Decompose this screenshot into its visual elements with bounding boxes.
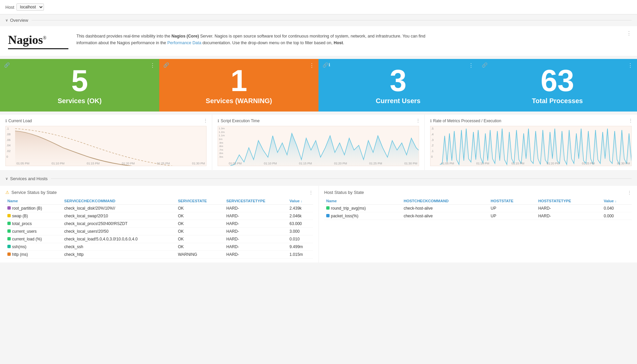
chart-rate-title: ℹ Rate of Metrics Processed / Execution: [430, 119, 632, 123]
stat-card-warning: 🔗 ⋮ 1 Services (WARNING): [159, 59, 318, 112]
host-cell-cmd: check-host-alive: [402, 212, 489, 220]
overview-panel: ⋮ Nagios® This dashboard provides real-t…: [0, 26, 637, 56]
tables-row: ⚠ Service Status by State ⋮ Name SERVICE…: [0, 186, 637, 263]
card-menu-users[interactable]: ⋮: [468, 62, 474, 69]
nagios-logo: Nagios®: [8, 33, 68, 49]
service-cell-state: WARNING: [176, 251, 224, 259]
service-cell-state: OK: [176, 228, 224, 235]
card-link-ok[interactable]: 🔗: [4, 62, 10, 68]
service-cell-value: 3.000: [288, 228, 313, 235]
overview-label: Overview: [10, 18, 28, 23]
chart-load-y-labels: .1.08.06.04.020: [6, 126, 15, 159]
chart-rate-metrics: ℹ Rate of Metrics Processed / Execution …: [425, 115, 637, 170]
stat-num-warning: 1: [230, 66, 247, 96]
service-col-cmd: SERVICECHECKCOMMAND: [62, 198, 176, 205]
service-warn-icon: ⚠: [5, 190, 9, 195]
chart-rate-y-labels: .5.4.3.2.10: [430, 126, 440, 159]
card-link-warning[interactable]: 🔗: [163, 62, 169, 68]
card-info-users: ℹ: [329, 62, 330, 67]
chart-script-x-labels: 01:05 PM01:10 PM01:15 PM01:20 PM01:25 PM…: [227, 161, 418, 166]
service-cell-statetype: HARD-: [224, 228, 288, 235]
service-table-menu[interactable]: ⋮: [309, 190, 313, 195]
performance-data-link[interactable]: Performance Data: [167, 41, 201, 45]
host-col-statetype: HOSTSTATETYPE: [536, 198, 601, 205]
service-table-row: swap (B) check_local_swap!20!10 OK HARD-…: [5, 212, 313, 220]
service-col-state: SERVICESTATE: [176, 198, 224, 205]
host-label: Host: [5, 5, 14, 10]
service-cell-cmd: check_ssh: [62, 243, 176, 251]
service-cell-value: 2.046k: [288, 212, 313, 220]
top-bar: Host localhost: [0, 0, 637, 14]
nagios-logo-text: Nagios: [8, 33, 43, 47]
stat-label-processes: Total Processes: [532, 97, 583, 105]
service-col-name: Name: [5, 198, 62, 205]
service-col-value: Value ↓: [288, 198, 313, 205]
host-cell-state: UP: [488, 205, 536, 212]
chart-rate-svg: [440, 126, 631, 166]
service-cell-statetype: HARD-: [224, 243, 288, 251]
brand-host: Host: [334, 41, 343, 45]
host-table-row: round_trip_avg(ms) check-host-alive UP H…: [324, 205, 632, 212]
host-cell-cmd: check-host-alive: [402, 205, 489, 212]
host-cell-name: round_trip_avg(ms): [324, 205, 402, 212]
stat-num-processes: 63: [540, 66, 574, 96]
service-cell-statetype: HARD-: [224, 251, 288, 259]
overview-section-header: ∨ Overview: [0, 14, 637, 26]
service-table-row: ssh(ms) check_ssh OK HARD- 9.499m: [5, 243, 313, 251]
service-cell-state: OK: [176, 205, 224, 212]
card-menu-processes[interactable]: ⋮: [628, 62, 633, 69]
overview-menu-icon[interactable]: ⋮: [626, 30, 632, 37]
host-status-table: Name HOSTCHECKCOMMAND HOSTSTATE HOSTSTAT…: [324, 198, 632, 220]
card-menu-warning[interactable]: ⋮: [309, 62, 314, 69]
chart-rate-x-labels: 01:05 PM01:10 PM01:15 PM01:20 PM01:25 PM…: [440, 161, 631, 166]
chart-script-label: Script Execution Time: [221, 119, 259, 123]
card-link-processes[interactable]: 🔗: [482, 62, 487, 68]
service-status-table: Name SERVICECHECKCOMMAND SERVICESTATE SE…: [5, 198, 313, 259]
chart-script-menu[interactable]: ⋮: [416, 118, 420, 123]
service-table-panel: ⚠ Service Status by State ⋮ Name SERVICE…: [0, 186, 318, 263]
chart-script-info-icon: ℹ: [218, 119, 219, 123]
host-select[interactable]: localhost: [16, 3, 44, 11]
chart-rate-label: Rate of Metrics Processed / Execution: [433, 119, 501, 123]
host-table-title: Host Status by State: [324, 190, 632, 195]
host-table-panel: Host Status by State ⋮ Name HOSTCHECKCOM…: [318, 186, 637, 263]
chart-current-load: ℹ Current Load ⋮ .1.08.06.04.020 01:05 P…: [0, 115, 212, 170]
service-cell-cmd: check_local_procs!250!400!RSZDT: [62, 220, 176, 228]
service-cell-state: OK: [176, 212, 224, 220]
service-cell-name: root_partition (B): [5, 205, 62, 212]
service-cell-cmd: check_local_swap!20!10: [62, 212, 176, 220]
host-col-cmd: HOSTCHECKCOMMAND: [402, 198, 489, 205]
stat-label-ok: Services (OK): [58, 97, 102, 105]
chart-rate-menu[interactable]: ⋮: [628, 118, 633, 123]
card-menu-ok[interactable]: ⋮: [150, 62, 155, 69]
stat-num-users: 3: [390, 66, 406, 96]
host-col-state: HOSTSTATE: [488, 198, 536, 205]
chart-script-y-labels: 1.3m1.2m1.1m1m.9m.8m.7m.6m.5m: [218, 126, 227, 159]
service-cell-cmd: check_local_load!5.0,4.0,3.0!10.0,6.0,4.…: [62, 235, 176, 243]
nagios-logo-sup: ®: [43, 35, 47, 41]
host-col-name: Name: [324, 198, 402, 205]
host-cell-statetype: HARD-: [536, 205, 601, 212]
charts-row: ℹ Current Load ⋮ .1.08.06.04.020 01:05 P…: [0, 114, 637, 170]
host-table-row: packet_loss(%) check-host-alive UP HARD-…: [324, 212, 632, 220]
service-cell-name: current_users: [5, 228, 62, 235]
host-table-menu[interactable]: ⋮: [627, 190, 632, 195]
chart-script-title: ℹ Script Execution Time: [218, 119, 419, 123]
card-link-users[interactable]: 🔗: [323, 62, 328, 68]
service-table-row: http (ms) check_http WARNING HARD- 1.015…: [5, 251, 313, 259]
service-table-row: current_load (%) check_local_load!5.0,4.…: [5, 235, 313, 243]
service-cell-name: swap (B): [5, 212, 62, 220]
service-cell-value: 1.015m: [288, 251, 313, 259]
service-table-title: ⚠ Service Status by State: [5, 190, 313, 195]
stat-cards-row: 🔗 ⋮ 5 Services (OK) 🔗 ⋮ 1 Services (WARN…: [0, 59, 637, 112]
chart-load-menu[interactable]: ⋮: [203, 118, 208, 123]
stat-card-users: 🔗 ℹ ⋮ 3 Current Users: [318, 59, 478, 112]
service-cell-statetype: HARD-: [224, 212, 288, 220]
host-cell-state: UP: [488, 212, 536, 220]
service-cell-cmd: check_local_disk!20%!10%!/: [62, 205, 176, 212]
host-table-title-text: Host Status by State: [324, 190, 364, 195]
stat-label-users: Current Users: [376, 97, 420, 105]
host-cell-statetype: HARD-: [536, 212, 601, 220]
service-table-header: ⚠ Service Status by State ⋮: [5, 190, 313, 195]
service-cell-name: http (ms): [5, 251, 62, 259]
